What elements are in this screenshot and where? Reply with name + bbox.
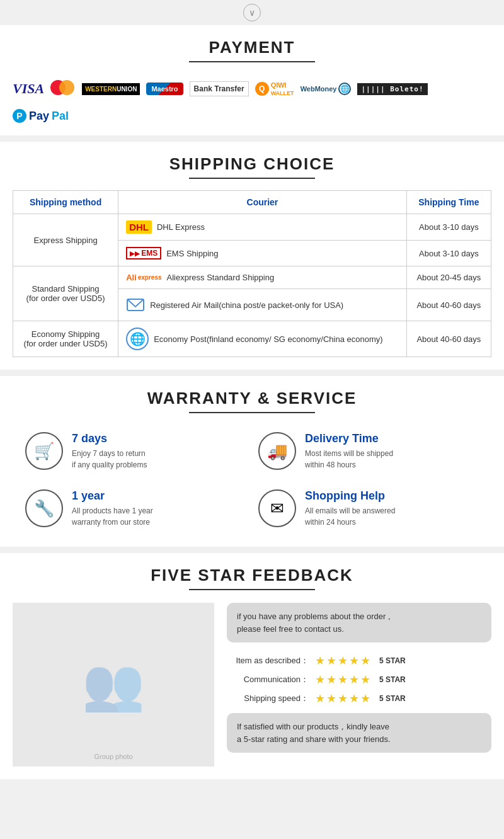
feedback-right-panel: if you have any problems about the order… [227,603,491,753]
warranty-grid: 🛒 7 days Enjoy 7 days to returnif any qu… [13,426,491,534]
method-express: Express Shipping [13,214,118,266]
webmoney-globe-icon: 🌐 [338,83,351,95]
rating-row-communication: Communication： ★ ★ ★ ★ ★ 5 STAR [227,673,491,687]
aliexpress-logo: Aliexpress [126,273,161,282]
feedback-people-image: 👥 Group photo [13,603,214,767]
table-row: Express Shipping DHL DHL Express About 3… [13,214,491,241]
qiwi-logo: Q QIWIWALLET [255,81,294,96]
stars-item: ★ ★ ★ ★ ★ [315,654,370,668]
time-economy: About 40-60 days [406,321,491,357]
qiwi-icon: Q [255,82,269,96]
paypal-logo: P PayPal [13,109,491,123]
warranty-title: WARRANTY & SERVICE [13,389,491,408]
star-count-item: 5 STAR [379,656,406,665]
payment-logos: VISA WESTERN UNION Maestro Bank Transfer… [13,74,491,104]
shipping-title-underline [189,178,315,179]
rating-row-item: Item as described： ★ ★ ★ ★ ★ 5 STAR [227,654,491,668]
chevron-down-icon[interactable]: ∨ [243,4,261,21]
warranty-item-year: 🔧 1 year All products have 1 yearwarrant… [25,489,246,528]
th-time: Shipping Time [406,191,491,214]
stars-shipping: ★ ★ ★ ★ ★ [315,692,370,705]
method-economy: Economy Shipping(for order under USD5) [13,321,118,357]
webmoney-logo: WebMoney 🌐 [301,83,352,95]
paypal-icon: P [13,109,26,123]
feedback-body: 👥 Group photo if you have any problems a… [13,603,491,767]
warranty-delivery-desc: Most items will be shippedwithin 48 hour… [305,448,393,471]
email-icon: ✉ [258,489,296,527]
un-icon: 🌐 [126,328,149,350]
rating-label-item: Item as described： [227,655,309,666]
mastercard-logo [50,80,76,98]
dhl-logo: DHL [126,220,152,234]
feedback-title: FIVE STAR FEEDBACK [13,566,491,585]
warranty-item-help: ✉ Shopping Help All emails will be answe… [258,489,479,528]
courier-ems: ▶▶EMS EMS Shipping [118,241,407,266]
time-dhl: About 3-10 days [406,214,491,241]
warranty-item-delivery: 🚚 Delivery Time Most items will be shipp… [258,432,479,471]
rating-row-shipping: Shipping speed： ★ ★ ★ ★ ★ 5 STAR [227,692,491,705]
shipping-table: Shipping method Courier Shipping Time Ex… [13,190,491,357]
table-row: Economy Shipping(for order under USD5) 🌐… [13,321,491,357]
warranty-item-return: 🛒 7 days Enjoy 7 days to returnif any qu… [25,432,246,471]
shipping-title: SHIPPING CHOICE [13,154,491,174]
time-aliexpress: About 20-45 days [406,266,491,289]
warranty-year-desc: All products have 1 yearwarranty from ou… [72,505,153,528]
warranty-title-underline [189,412,315,413]
star-count-shipping: 5 STAR [379,694,406,703]
boleto-logo: ||||| Boleto! [357,83,427,95]
courier-economy: 🌐 Economy Post(finland economy/ SG econo… [118,321,407,357]
warranty-return-title: 7 days [72,432,147,445]
feedback-bubble-top: if you have any problems about the order… [227,603,491,642]
courier-airmail: Registered Air Mail(china post/e packet-… [118,289,407,321]
warranty-help-desc: All emails will be answeredwithin 24 hou… [305,505,395,528]
courier-dhl: DHL DHL Express [118,214,407,241]
bank-transfer-logo: Bank Transfer [190,81,249,96]
time-ems: About 3-10 days [406,241,491,266]
stars-communication: ★ ★ ★ ★ ★ [315,673,370,687]
payment-title-underline [189,61,315,62]
feedback-section: FIVE STAR FEEDBACK 👥 Group photo if you … [0,553,504,779]
feedback-title-underline [189,589,315,590]
courier-aliexpress: Aliexpress Aliexpress Standard Shipping [118,266,407,289]
th-method: Shipping method [13,191,118,214]
warranty-year-title: 1 year [72,489,153,503]
warranty-delivery-title: Delivery Time [305,432,393,445]
warranty-return-desc: Enjoy 7 days to returnif any quality pro… [72,448,147,471]
rating-label-shipping: Shipping speed： [227,693,309,704]
rating-label-communication: Communication： [227,674,309,685]
star-count-communication: 5 STAR [379,675,406,684]
wrench-icon: 🔧 [25,489,63,527]
airmail-icon [126,295,145,314]
feedback-bubble-bottom: If satisfied with our products，kindly le… [227,713,491,753]
western-union-logo: WESTERN UNION [82,83,140,95]
maestro-logo: Maestro [146,83,183,95]
table-row: Standard Shipping(for order over USD5) A… [13,266,491,289]
method-standard: Standard Shipping(for order over USD5) [13,266,118,321]
warranty-section: WARRANTY & SERVICE 🛒 7 days Enjoy 7 days… [0,376,504,547]
visa-logo: VISA [13,81,44,97]
shipping-section: SHIPPING CHOICE Shipping method Courier … [0,142,504,370]
warranty-help-title: Shopping Help [305,489,395,503]
time-airmail: About 40-60 days [406,289,491,321]
th-courier: Courier [118,191,407,214]
payment-title: PAYMENT [13,38,491,57]
ems-logo: ▶▶EMS [126,247,161,260]
truck-icon: 🚚 [258,432,296,470]
cart-icon: 🛒 [25,432,63,470]
chevron-bar: ∨ [0,0,504,25]
payment-section: PAYMENT VISA WESTERN UNION Maestro Bank … [0,25,504,135]
